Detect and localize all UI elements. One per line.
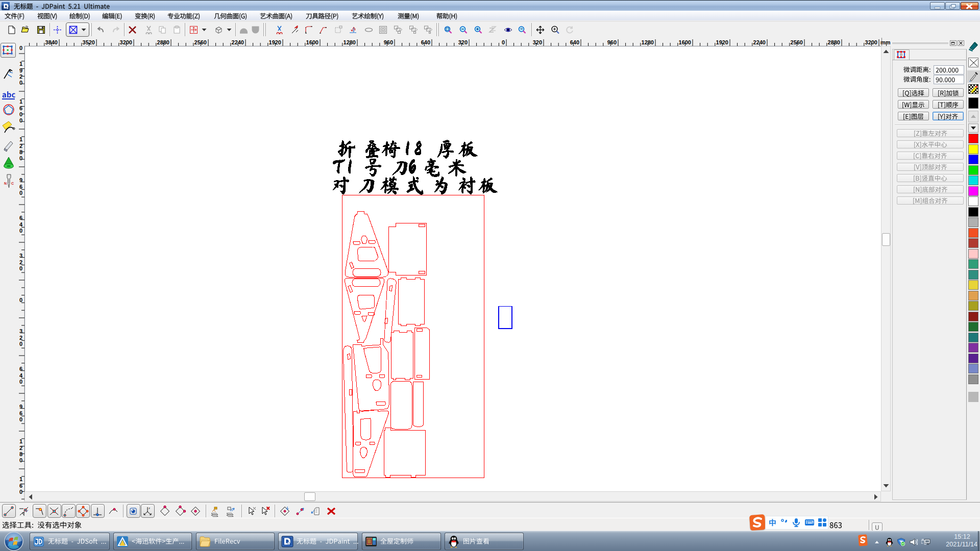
svg-text:0: 0 (19, 80, 22, 86)
svg-text:2560: 2560 (194, 39, 207, 45)
svg-text:3520: 3520 (83, 39, 95, 45)
svg-text:0: 0 (19, 46, 22, 51)
svg-text:4: 4 (19, 372, 23, 379)
svg-text:9: 9 (19, 177, 22, 183)
svg-text:1600: 1600 (306, 39, 318, 45)
svg-text:2: 2 (19, 143, 22, 149)
svg-text:6: 6 (19, 105, 22, 111)
svg-text:1280: 1280 (642, 39, 654, 45)
svg-text:8: 8 (19, 451, 22, 457)
svg-text:2240: 2240 (232, 39, 244, 45)
svg-text:N: N (4, 182, 7, 185)
svg-text:0: 0 (19, 265, 22, 271)
svg-text:3: 3 (19, 328, 22, 334)
svg-text:2880: 2880 (828, 39, 840, 45)
svg-text:C: C (11, 182, 14, 185)
svg-text:320: 320 (533, 39, 542, 45)
svg-text:1: 1 (19, 136, 22, 142)
svg-text:6: 6 (19, 215, 22, 221)
svg-text:2: 2 (19, 335, 22, 341)
svg-text:960: 960 (384, 39, 393, 45)
svg-text:9: 9 (19, 67, 22, 73)
svg-text:0: 0 (19, 341, 22, 347)
svg-text:2: 2 (19, 445, 22, 451)
svg-text:0: 0 (19, 228, 22, 234)
svg-text:320: 320 (458, 39, 468, 45)
svg-text:1: 1 (19, 438, 22, 444)
svg-text:6: 6 (19, 483, 22, 489)
svg-text:0: 0 (19, 489, 22, 495)
svg-text:2: 2 (19, 73, 22, 80)
svg-text:9: 9 (19, 404, 22, 410)
svg-text:640: 640 (421, 39, 430, 45)
svg-text:3840: 3840 (45, 39, 58, 45)
svg-text:1600: 1600 (679, 39, 691, 45)
svg-text:1280: 1280 (344, 39, 356, 45)
svg-text:2: 2 (19, 259, 22, 265)
svg-text:z: z (149, 507, 150, 510)
svg-text:1: 1 (19, 476, 22, 482)
svg-text:3200: 3200 (120, 39, 132, 45)
svg-text:2240: 2240 (753, 39, 766, 45)
svg-text:2880: 2880 (157, 39, 169, 45)
svg-text:1920: 1920 (269, 39, 281, 45)
svg-text:1: 1 (19, 61, 22, 67)
svg-text:960: 960 (607, 39, 617, 45)
svg-text:0: 0 (19, 416, 22, 422)
svg-text:1: 1 (19, 98, 22, 105)
svg-text:0: 0 (19, 457, 22, 463)
svg-text:0: 0 (19, 297, 22, 303)
svg-text:3200: 3200 (865, 39, 877, 45)
svg-text:3: 3 (19, 253, 22, 259)
svg-text:0: 0 (19, 379, 22, 385)
svg-text:2560: 2560 (791, 39, 803, 45)
svg-text:8: 8 (19, 149, 22, 155)
svg-text:0: 0 (502, 39, 505, 45)
svg-text:640: 640 (570, 39, 579, 45)
svg-text:1920: 1920 (716, 39, 728, 45)
svg-text:0: 0 (19, 155, 22, 161)
svg-text:6: 6 (19, 410, 22, 416)
svg-text:6: 6 (19, 366, 22, 372)
svg-text:6: 6 (19, 184, 22, 190)
svg-text:0: 0 (19, 190, 22, 196)
svg-text:0: 0 (19, 117, 22, 123)
svg-text:0: 0 (19, 111, 22, 117)
svg-text:4: 4 (19, 221, 23, 228)
